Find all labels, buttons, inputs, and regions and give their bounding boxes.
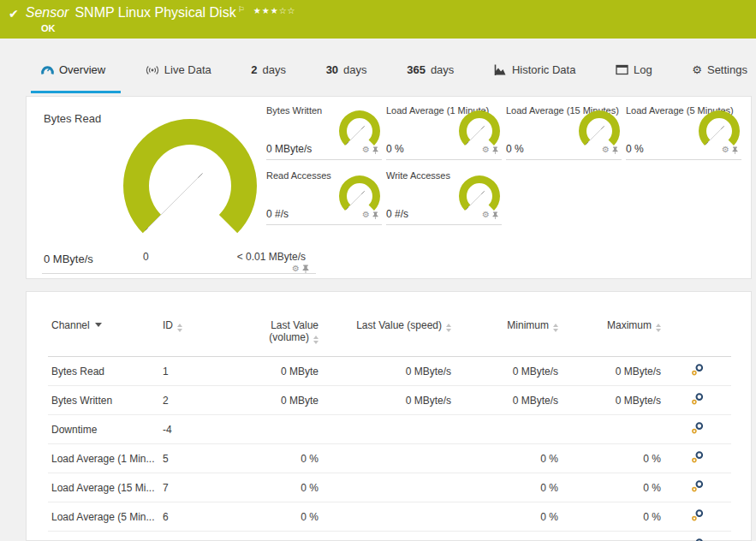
cell-max: 0 % xyxy=(562,444,664,473)
cell-channel: Read Accesses xyxy=(48,532,159,541)
cell-actions xyxy=(664,532,731,541)
gear-icon[interactable]: ⚙ xyxy=(722,146,729,154)
channel-settings-wrench-icon[interactable] xyxy=(691,479,705,496)
gear-icon[interactable]: ⚙ xyxy=(602,146,610,154)
pin-icon[interactable] xyxy=(372,207,378,223)
tab-label: Live Data xyxy=(164,63,211,76)
tab-label: Historic Data xyxy=(512,63,575,76)
channel-table-panel: ChannelIDLast Value (volume)Last Value (… xyxy=(26,291,752,541)
tab-label: days xyxy=(343,63,366,76)
divider xyxy=(386,224,502,225)
cell-last_volume: 0 # xyxy=(241,532,322,541)
gauge-load-average-1-minute: Load Average (1 Minute)0 %⚙ xyxy=(386,105,505,160)
cell-last_speed xyxy=(322,415,455,444)
sort-toggle-icon xyxy=(446,324,451,332)
table-row: Load Average (5 Min...60 %0 %0 % xyxy=(48,502,731,532)
pin-icon[interactable] xyxy=(492,142,498,158)
cell-id: 2 xyxy=(159,386,241,415)
tab-live-data[interactable]: Live Data xyxy=(144,53,213,87)
chart-icon xyxy=(494,64,507,76)
tab-historic-data[interactable]: Historic Data xyxy=(492,53,577,87)
pin-icon[interactable] xyxy=(302,261,309,276)
channel-settings-wrench-icon[interactable] xyxy=(691,538,705,541)
cell-last_volume: 0 % xyxy=(241,473,322,502)
channel-settings-wrench-icon[interactable] xyxy=(691,363,705,379)
cell-last_volume xyxy=(241,415,322,444)
status-badge: OK xyxy=(41,23,56,33)
tab-log[interactable]: Log xyxy=(614,53,654,87)
channel-settings-wrench-icon[interactable] xyxy=(691,508,705,525)
tab-30-days[interactable]: 30days xyxy=(324,53,369,87)
channel-settings-wrench-icon[interactable] xyxy=(691,450,705,467)
cell-id: 7 xyxy=(159,473,241,502)
sort-toggle-icon xyxy=(553,324,558,332)
tab-number: 30 xyxy=(326,63,338,76)
cell-actions xyxy=(664,415,731,444)
gauge-action-icons: ⚙ xyxy=(482,207,498,223)
column-header-minimum[interactable]: Minimum xyxy=(455,316,562,357)
flag-icon[interactable]: ⚐ xyxy=(238,5,245,14)
column-header-maximum[interactable]: Maximum xyxy=(562,316,664,357)
pin-icon[interactable] xyxy=(492,207,498,223)
gear-icon[interactable]: ⚙ xyxy=(482,146,490,154)
sort-desc-icon xyxy=(95,323,102,327)
cell-actions xyxy=(664,502,731,532)
gauge-action-icons: ⚙ xyxy=(482,142,498,158)
cell-min: 0 % xyxy=(455,502,562,532)
column-header-channel[interactable]: Channel xyxy=(48,316,159,357)
channel-table-wrap: ChannelIDLast Value (volume)Last Value (… xyxy=(27,292,751,541)
gauge-action-icons: ⚙ xyxy=(362,207,378,223)
column-header-label: Last Value (volume) xyxy=(269,319,318,343)
table-row: Downtime-4 xyxy=(48,415,731,444)
cell-channel: Load Average (5 Min... xyxy=(48,502,159,532)
gear-icon: ⚙ xyxy=(692,63,702,76)
gauge-arc xyxy=(699,110,740,146)
gear-icon[interactable]: ⚙ xyxy=(482,211,490,219)
gauge-action-icons: ⚙ xyxy=(722,142,738,158)
channel-settings-wrench-icon[interactable] xyxy=(691,421,705,437)
cell-max: 0 #/s xyxy=(562,532,664,541)
gauge-read-accesses: Read Accesses0 #/s⚙ xyxy=(266,170,385,225)
tab-overview[interactable]: Overview xyxy=(39,53,107,87)
column-header-label: Minimum xyxy=(507,319,549,331)
pin-icon[interactable] xyxy=(612,142,618,158)
gear-icon[interactable]: ⚙ xyxy=(362,211,370,219)
channel-table-header-row: ChannelIDLast Value (volume)Last Value (… xyxy=(48,316,731,357)
gear-icon[interactable]: ⚙ xyxy=(292,265,300,273)
cell-last_speed xyxy=(322,473,455,502)
column-header-actions xyxy=(664,316,731,357)
gauge-value: 0 % xyxy=(626,143,644,155)
gauge-label: Write Accesses xyxy=(386,170,450,181)
cell-channel: Load Average (15 Mi... xyxy=(48,473,159,502)
pin-icon[interactable] xyxy=(732,142,738,158)
gauges-panel: Bytes Read 0 < 0.01 MByte/s 0 MByte/s ⚙ … xyxy=(26,96,752,279)
table-row: Bytes Read10 MByte0 MByte/s0 MByte/s0 MB… xyxy=(48,357,731,386)
tab-settings[interactable]: ⚙Settings xyxy=(690,53,749,87)
cell-min: 0 MByte/s xyxy=(455,386,562,415)
cell-last_volume: 0 % xyxy=(241,502,322,532)
channel-settings-wrench-icon[interactable] xyxy=(691,392,705,408)
small-gauges-grid: Bytes Written0 MByte/s⚙Load Average (1 M… xyxy=(266,105,746,234)
column-header-last-value-speed[interactable]: Last Value (speed) xyxy=(322,316,455,357)
active-tab-underline xyxy=(31,91,121,93)
page-title: SNMP Linux Physical Disk⚐ xyxy=(74,5,244,21)
page-title-text: SNMP Linux Physical Disk xyxy=(74,5,235,20)
gauge-value: 0 MByte/s xyxy=(44,253,93,265)
cell-last_volume: 0 MByte xyxy=(241,357,322,386)
gear-icon[interactable]: ⚙ xyxy=(362,146,370,154)
cell-id: -4 xyxy=(159,415,241,444)
cell-id: 5 xyxy=(159,444,241,473)
priority-star-rating[interactable]: ★★★☆☆ xyxy=(253,6,296,15)
cell-min: 0 MByte/s xyxy=(455,357,562,386)
column-header-last-value-volume[interactable]: Last Value (volume) xyxy=(241,316,322,357)
sensor-overview-page: ✔ Sensor SNMP Linux Physical Disk⚐ ★★★☆☆… xyxy=(0,0,756,541)
sensor-header-line: ✔ Sensor SNMP Linux Physical Disk⚐ ★★★☆☆ xyxy=(9,5,296,21)
cell-id: 3 xyxy=(159,532,241,541)
channel-table: ChannelIDLast Value (volume)Last Value (… xyxy=(48,316,731,541)
tab-365-days[interactable]: 365days xyxy=(405,53,455,87)
table-row: Load Average (1 Min...50 %0 %0 % xyxy=(48,444,731,473)
gauge-arc xyxy=(579,110,620,146)
column-header-id[interactable]: ID xyxy=(159,316,241,357)
tab-2-days[interactable]: 2days xyxy=(249,53,288,87)
pin-icon[interactable] xyxy=(372,142,378,158)
